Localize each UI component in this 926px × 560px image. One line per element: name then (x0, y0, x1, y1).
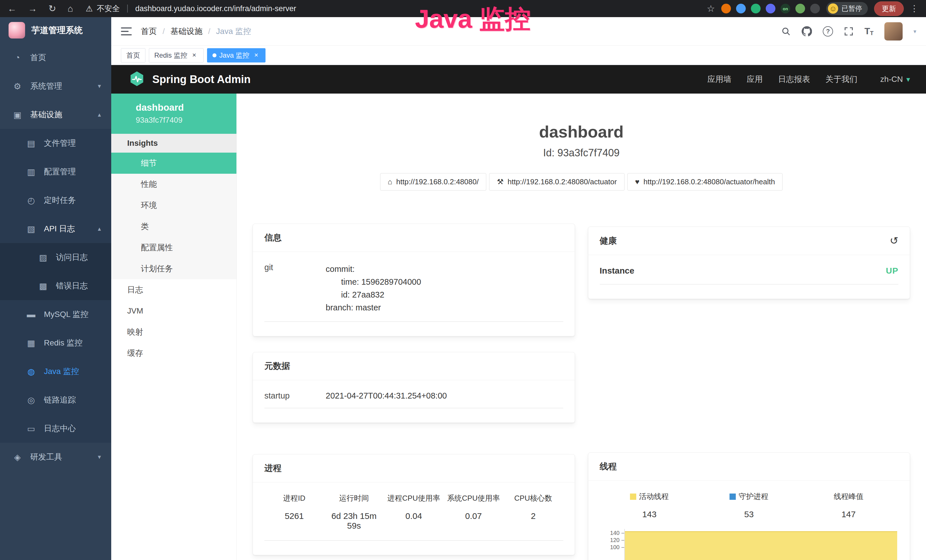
cards-column-right: 健康 ↺ Instance UP (588, 224, 910, 560)
info-key: git (264, 263, 326, 314)
back-icon[interactable]: ← (8, 4, 17, 13)
paused-badge[interactable]: ☺ 已暂停 (826, 2, 868, 15)
security-label: 不安全 (97, 3, 120, 14)
sidebar-menu-item[interactable]: ◈ 研发工具 ▾ (0, 443, 111, 471)
sba-nav-item[interactable]: 关于我们 (826, 74, 858, 85)
tab-close-icon[interactable]: × (190, 51, 198, 59)
sidebar-menu-item[interactable]: ▧ API 日志 ▴ (0, 215, 111, 243)
sba-header: Spring Boot Admin 应用墙 应用 日志报表 关于我们 (111, 65, 926, 94)
sba-menu-item[interactable]: 性能 (111, 174, 236, 195)
sba-menu-item[interactable]: 缓存 (111, 343, 236, 364)
sidebar-menu-item[interactable]: ⚙ 系统管理 ▾ (0, 72, 111, 100)
instance-link[interactable]: ♥ http://192.168.0.2:48080/actuator/heal… (627, 173, 783, 191)
address-bar[interactable]: ⚠ 不安全 dashboard.yudao.iocoder.cn/infra/a… (86, 3, 707, 14)
sba-menu-item[interactable]: 环境 (111, 195, 236, 216)
hamburger-icon[interactable] (121, 27, 132, 35)
process-value: 0.07 (444, 511, 504, 529)
insights-items: 细节 性能 环境 类 配置属性 计划任务 (111, 153, 236, 279)
system-gear-icon: ⚙ (12, 81, 23, 91)
sba-menu-item[interactable]: 类 (111, 216, 236, 237)
sidebar-menu-item[interactable]: ▨ 访问日志 (0, 243, 111, 272)
sidebar-menu-item[interactable]: ▦ Redis 监控 (0, 328, 111, 357)
extension-paw-icon[interactable] (810, 4, 820, 14)
sba-menu-item[interactable]: 日志 (111, 279, 236, 300)
extension-switch-on-icon[interactable]: on (781, 4, 790, 14)
scheduled-job-icon: ◴ (26, 195, 36, 206)
breadcrumb-item[interactable]: Java 监控 / (216, 26, 251, 37)
card-title: 信息 (264, 232, 281, 244)
info-card: 信息 git commit: (253, 224, 575, 336)
sba-menu-item[interactable]: 计划任务 (111, 258, 236, 279)
info-line: branch: master (326, 301, 563, 314)
tab[interactable]: Redis 监控 × (149, 48, 204, 62)
process-column: CPU核心数 2 (503, 493, 563, 539)
github-icon[interactable] (802, 26, 812, 36)
sba-nav-item[interactable]: 日志报表 (778, 74, 810, 85)
extensions-tray: on (721, 4, 820, 14)
sidebar-menu-item[interactable]: ◴ 定时任务 (0, 186, 111, 215)
chart-y-axis: 140 120 (600, 529, 624, 560)
sba-menu-item[interactable]: 配置属性 (111, 237, 236, 258)
menu-label: 错误日志 (56, 280, 88, 291)
sba-menu-item[interactable]: 映射 (111, 321, 236, 343)
sidebar-menu-item[interactable]: ▩ 错误日志 (0, 272, 111, 300)
sba-nav-item[interactable]: 应用墙 (708, 74, 731, 85)
legend-value: 143 (600, 510, 699, 519)
extension-leaf-icon[interactable] (795, 4, 805, 14)
chevron-icon: ▴ (98, 111, 101, 118)
sidebar-menu-item[interactable]: ▥ 配置管理 (0, 157, 111, 186)
error-log-icon: ▩ (38, 281, 48, 291)
home-icon: ⌂ (388, 177, 392, 186)
breadcrumb-item[interactable]: 首页 / (141, 26, 171, 37)
info-line: commit: (326, 263, 563, 275)
y-tick: 140 (610, 530, 624, 537)
breadcrumb-item[interactable]: 基础设施 / (171, 26, 216, 37)
forward-icon[interactable]: → (28, 4, 37, 13)
sidebar-menu-item[interactable]: ▬ MySQL 监控 (0, 300, 111, 328)
sba-menu-item[interactable]: JVM (111, 300, 236, 321)
app-logo[interactable]: 芋道管理系统 (0, 17, 111, 43)
home-icon[interactable]: ⌂ (68, 4, 73, 13)
update-label: 更新 (882, 5, 896, 12)
legend-swatch (630, 493, 636, 500)
sidebar-menu-item[interactable]: ◔ 首页 (0, 43, 111, 72)
tab[interactable]: 首页 (121, 48, 145, 62)
sba-sidebar: dashboard 93a3fc7f7409 Insights 细节 性能 环境 (111, 94, 237, 560)
extension-grid-icon[interactable] (766, 4, 775, 14)
bookmark-star-icon[interactable]: ☆ (707, 4, 715, 13)
tab-close-icon[interactable]: × (252, 51, 260, 59)
tab[interactable]: Java 监控 × (207, 48, 265, 62)
search-icon[interactable] (781, 27, 791, 36)
fullscreen-icon[interactable] (844, 27, 853, 36)
sidebar-menu-item[interactable]: ▤ 文件管理 (0, 129, 111, 157)
tab-label: Java 监控 (219, 51, 249, 60)
tags-view: 首页 Redis 监控 × Java 监控 × (111, 45, 926, 65)
menu-label: Redis 监控 (44, 338, 82, 348)
avatar-caret-icon[interactable]: ▾ (914, 28, 916, 35)
card-title: 进程 (264, 462, 281, 474)
browser-menu-icon[interactable]: ⋮ (910, 4, 918, 13)
process-header: 进程CPU使用率 (384, 493, 444, 503)
extension-colorzilla-icon[interactable] (721, 4, 731, 14)
sba-nav-item[interactable]: 应用 (747, 74, 763, 85)
user-avatar[interactable] (884, 22, 903, 41)
sidebar-menu-item[interactable]: ▣ 基础设施 ▴ (0, 100, 111, 129)
legend-value: 147 (799, 510, 898, 519)
sidebar-menu-item[interactable]: ▭ 日志中心 (0, 414, 111, 443)
heartbeat-icon: ♥ (635, 177, 639, 186)
font-size-icon[interactable]: TT (864, 26, 873, 36)
sidebar-menu-item[interactable]: ◎ 链路追踪 (0, 386, 111, 414)
extension-vue-devtools-icon[interactable] (751, 4, 761, 14)
extension-drop-icon[interactable] (736, 4, 746, 14)
api-log-icon: ▧ (26, 224, 36, 234)
sidebar-menu-item[interactable]: ◍ Java 监控 (0, 357, 111, 386)
history-icon[interactable]: ↺ (890, 235, 898, 247)
instance-link[interactable]: ⌂ http://192.168.0.2:48080/ (380, 173, 487, 191)
process-header: 运行时间 (324, 493, 384, 503)
help-icon[interactable]: ? (823, 26, 833, 36)
update-button[interactable]: 更新 (874, 2, 904, 16)
instance-link[interactable]: ⚒ http://192.168.0.2:48080/actuator (489, 173, 624, 191)
reload-icon[interactable]: ↻ (48, 4, 56, 13)
sba-menu-item[interactable]: 细节 (111, 153, 236, 174)
locale-selector[interactable]: zh-CN ▾ (881, 75, 910, 84)
